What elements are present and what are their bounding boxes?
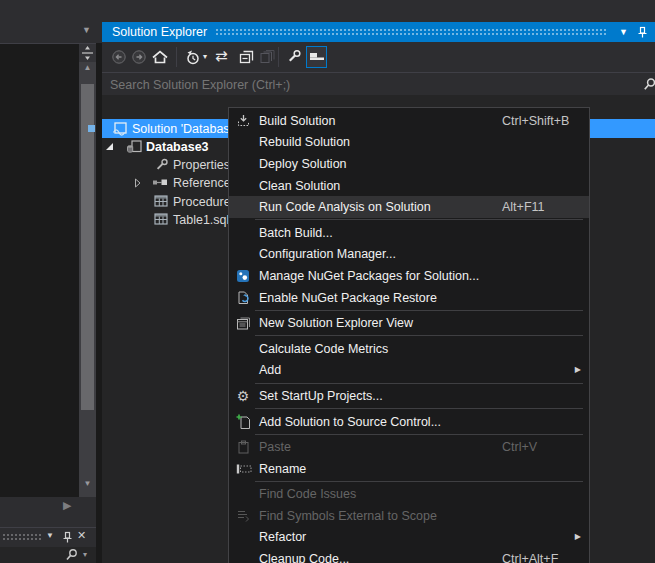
menu-item-cleanup-code[interactable]: Cleanup Code... Ctrl+Alt+F xyxy=(229,548,589,563)
dropdown-icon[interactable]: ▼ xyxy=(82,26,91,35)
show-all-files-button[interactable] xyxy=(306,46,327,68)
properties-wrench-icon[interactable] xyxy=(287,49,302,64)
wrench-icon xyxy=(155,158,169,172)
filter-dropdown-icon[interactable]: ▾ xyxy=(203,53,207,61)
scrollbar-thumb[interactable] xyxy=(81,84,94,410)
table-icon xyxy=(153,194,169,208)
vs-ide-screenshot: ▼ ▲ ▼ ▶ ▼ ✕ ▾ Solution Explorer ▼ xyxy=(0,0,655,563)
solution-context-menu: Build Solution Ctrl+Shift+B Rebuild Solu… xyxy=(228,107,590,563)
window-dropdown-icon[interactable]: ▼ xyxy=(46,532,54,540)
shortcut-label: Alt+F11 xyxy=(502,200,545,214)
expanded-arrow-icon[interactable] xyxy=(105,142,114,151)
solution-explorer-searchbar xyxy=(102,72,655,95)
menu-item-clean-solution[interactable]: Clean Solution xyxy=(229,175,589,197)
menu-item-paste: Paste Ctrl+V xyxy=(229,436,589,458)
menu-item-configuration-manager[interactable]: Configuration Manager... xyxy=(229,244,589,266)
pin-icon[interactable] xyxy=(637,26,648,39)
references-icon xyxy=(152,178,168,188)
rename-icon xyxy=(232,458,254,480)
expander-arrow-icon[interactable]: ▶ xyxy=(63,500,71,511)
back-icon[interactable] xyxy=(111,49,127,65)
menu-item-deploy-solution[interactable]: Deploy Solution xyxy=(229,153,589,175)
scroll-up-icon[interactable]: ▲ xyxy=(79,64,96,76)
forward-icon[interactable] xyxy=(131,49,147,65)
menu-item-add[interactable]: Add ▶ xyxy=(229,360,589,382)
submenu-arrow-icon: ▶ xyxy=(575,533,581,541)
menu-item-set-startup-projects[interactable]: ⚙ Set StartUp Projects... xyxy=(229,385,589,407)
menu-separator xyxy=(255,481,583,482)
menu-item-rename[interactable]: Rename xyxy=(229,458,589,480)
show-all-files-icon xyxy=(309,52,325,62)
left-editor-top-chrome xyxy=(0,0,102,44)
toolbar-separator xyxy=(176,47,177,67)
home-icon[interactable] xyxy=(151,49,169,65)
menu-separator xyxy=(255,434,583,435)
menu-item-build-solution[interactable]: Build Solution Ctrl+Shift+B xyxy=(229,110,589,132)
search-icon[interactable] xyxy=(64,548,79,562)
bottom-toolwindow-searchbar[interactable]: ▾ xyxy=(0,547,96,563)
menu-item-new-solution-explorer-view[interactable]: New Solution Explorer View xyxy=(229,312,589,334)
gear-icon: ⚙ xyxy=(232,385,254,407)
menu-item-refactor[interactable]: Refactor ▶ xyxy=(229,527,589,549)
find-symbols-icon xyxy=(232,505,254,527)
tree-item-label: Table1.sql xyxy=(173,213,229,227)
menu-item-batch-build[interactable]: Batch Build... xyxy=(229,222,589,244)
pin-icon[interactable] xyxy=(62,531,73,544)
scroll-down-icon[interactable]: ▼ xyxy=(79,480,96,492)
nuget-restore-icon xyxy=(232,287,254,309)
tree-item-label: Database3 xyxy=(146,140,209,154)
panel-title: Solution Explorer xyxy=(112,25,207,39)
pending-changes-filter-icon[interactable] xyxy=(184,49,201,66)
menu-item-find-symbols-external: Find Symbols External to Scope xyxy=(229,505,589,527)
sync-with-active-document-icon[interactable]: ⇄ xyxy=(215,48,228,63)
menu-item-calculate-code-metrics[interactable]: Calculate Code Metrics xyxy=(229,338,589,360)
titlebar-grip-dots xyxy=(2,533,42,542)
menu-separator xyxy=(255,219,583,220)
bottom-toolwindow-titlebar[interactable]: ▼ ✕ xyxy=(0,527,96,548)
menu-item-add-solution-to-source-control[interactable]: Add Solution to Source Control... xyxy=(229,411,589,433)
left-lower-chrome xyxy=(0,497,96,527)
menu-item-manage-nuget-packages[interactable]: Manage NuGet Packages for Solution... xyxy=(229,265,589,287)
collapse-all-icon[interactable] xyxy=(238,49,255,65)
titlebar-grip-dots xyxy=(215,28,608,37)
menu-item-rebuild-solution[interactable]: Rebuild Solution xyxy=(229,132,589,154)
menu-separator xyxy=(255,335,583,336)
menu-separator xyxy=(255,383,583,384)
table-icon xyxy=(153,212,169,226)
shortcut-label: Ctrl+Shift+B xyxy=(502,114,569,128)
menu-separator xyxy=(255,408,583,409)
menu-separator xyxy=(255,310,583,311)
window-dropdown-icon[interactable]: ▼ xyxy=(619,28,628,37)
scrollbar-marker xyxy=(88,125,95,132)
menu-item-run-code-analysis[interactable]: Run Code Analysis on Solution Alt+F11 xyxy=(229,196,589,218)
search-dropdown-icon[interactable]: ▾ xyxy=(83,551,87,559)
toolbar-separator xyxy=(278,47,279,67)
tree-item-label: Properties xyxy=(173,158,230,172)
search-input[interactable] xyxy=(108,75,612,95)
menu-item-find-code-issues: Find Code Issues xyxy=(229,484,589,506)
solution-icon xyxy=(112,121,129,136)
database-project-icon xyxy=(126,139,143,154)
source-control-add-icon xyxy=(232,411,254,433)
shortcut-label: Ctrl+Alt+F xyxy=(502,552,558,563)
new-solution-explorer-view-icon xyxy=(232,312,254,334)
close-icon[interactable]: ✕ xyxy=(77,530,86,541)
editor-area[interactable] xyxy=(0,44,79,497)
shortcut-label: Ctrl+V xyxy=(502,440,537,454)
search-icon[interactable] xyxy=(642,77,655,92)
solution-explorer-toolbar: ▾ ⇄ xyxy=(102,42,655,72)
solution-explorer-titlebar[interactable]: Solution Explorer ▼ xyxy=(102,22,655,42)
submenu-arrow-icon: ▶ xyxy=(575,366,581,374)
paste-icon xyxy=(232,436,254,458)
menu-item-enable-nuget-restore[interactable]: Enable NuGet Package Restore xyxy=(229,287,589,309)
nuget-icon xyxy=(232,265,254,287)
build-icon xyxy=(232,110,254,132)
collapsed-arrow-icon[interactable] xyxy=(134,178,142,188)
preview-pages-icon xyxy=(259,49,276,65)
scrollbar-splitter-icon[interactable] xyxy=(79,44,96,62)
